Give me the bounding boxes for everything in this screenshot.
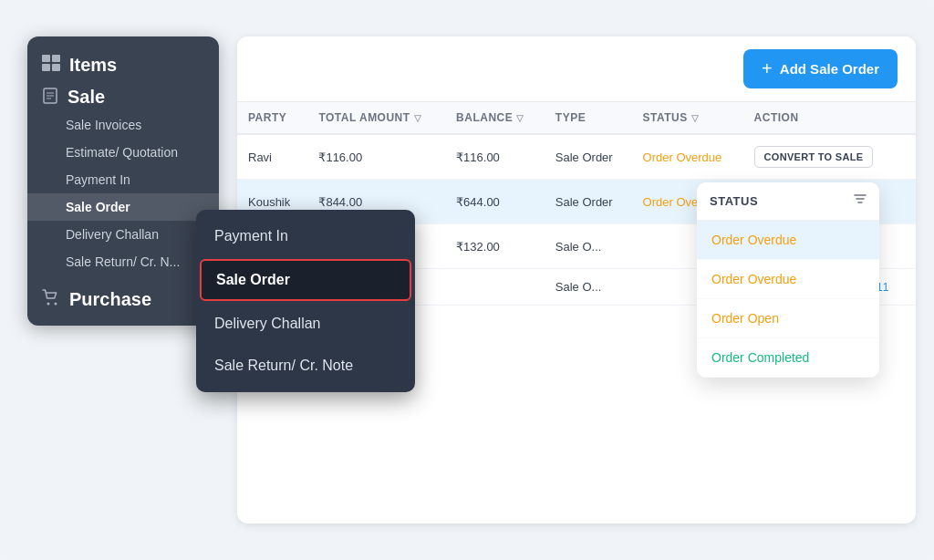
svg-rect-2 [42, 64, 50, 71]
status-option-open[interactable]: Order Open [697, 299, 879, 338]
sidebar: Items Sale Sale Invoices Estimate/ Quota… [27, 36, 219, 326]
dropdown-item-sale-return[interactable]: Sale Return/ Cr. Note [196, 345, 415, 387]
balance-cell: ₹116.00 [445, 134, 545, 180]
status-dropdown-header: STATUS [697, 182, 879, 221]
sidebar-item-sale-order[interactable]: Sale Order [27, 193, 219, 221]
table-row: Ravi ₹116.00 ₹116.00 Sale Order Order Ov… [237, 134, 916, 180]
balance-cell: ₹132.00 [445, 224, 545, 269]
action-cell: CONVERT TO SALE [743, 134, 916, 180]
purchase-label: Purchase [69, 289, 151, 310]
items-icon [42, 55, 60, 76]
status-dropdown-title: STATUS [710, 194, 758, 208]
content-header: + Add Sale Order [237, 36, 916, 102]
status-option-overdue-2[interactable]: Order Overdue [697, 260, 879, 299]
status-option-completed[interactable]: Order Completed [697, 338, 879, 378]
sidebar-item-delivery-challan[interactable]: Delivery Challan [27, 221, 219, 248]
status-option-overdue-1[interactable]: Order Overdue [697, 221, 879, 260]
sidebar-item-payment-in[interactable]: Payment In [27, 166, 219, 193]
main-container: Items Sale Sale Invoices Estimate/ Quota… [0, 0, 934, 560]
status-filter-dropdown: STATUS Order Overdue Order Overdue Order… [697, 182, 879, 378]
svg-point-8 [47, 303, 50, 306]
sale-type-dropdown: Payment In Sale Order Delivery Challan S… [196, 210, 415, 392]
svg-rect-0 [42, 55, 50, 62]
sidebar-item-sale-invoices[interactable]: Sale Invoices [27, 111, 219, 139]
party-cell: Ravi [237, 134, 307, 180]
dropdown-item-payment-in[interactable]: Payment In [196, 215, 415, 257]
add-sale-btn-label: Add Sale Order [780, 61, 879, 77]
balance-cell: ₹644.00 [445, 180, 545, 224]
sale-icon [42, 88, 58, 108]
svg-point-9 [55, 303, 57, 306]
type-cell: Sale Order [545, 180, 632, 224]
sale-label: Sale [67, 87, 105, 108]
balance-filter-icon[interactable]: ▽ [516, 113, 524, 123]
sidebar-purchase-section: Purchase [27, 279, 219, 316]
total-amount-filter-icon[interactable]: ▽ [414, 113, 422, 123]
svg-rect-1 [52, 55, 60, 62]
total-amount-cell: ₹116.00 [307, 134, 445, 180]
balance-cell [445, 269, 545, 306]
items-label: Items [69, 55, 117, 76]
sidebar-item-estimate[interactable]: Estimate/ Quotation [27, 139, 219, 166]
purchase-icon [42, 288, 60, 311]
svg-rect-3 [52, 64, 60, 71]
dropdown-item-sale-order[interactable]: Sale Order [200, 259, 411, 301]
table-header-row: PARTY TOTAL AMOUNT ▽ BALANCE ▽ [237, 102, 916, 134]
add-icon: + [762, 58, 773, 79]
sidebar-item-sale-return[interactable]: Sale Return/ Cr. N... [27, 248, 219, 275]
status-dropdown-filter-icon[interactable] [854, 193, 867, 209]
type-cell: Sale O... [545, 269, 632, 306]
th-action: ACTION [743, 102, 916, 134]
th-balance: BALANCE ▽ [445, 102, 545, 134]
type-cell: Sale Order [545, 134, 632, 180]
convert-to-sale-button-1[interactable]: CONVERT TO SALE [754, 146, 874, 168]
th-type: TYPE [545, 102, 632, 134]
th-total-amount: TOTAL AMOUNT ▽ [307, 102, 445, 134]
th-status: STATUS ▽ [632, 102, 743, 134]
th-party: PARTY [237, 102, 307, 134]
sidebar-items-section: Items [27, 46, 219, 81]
dropdown-item-delivery-challan[interactable]: Delivery Challan [196, 303, 415, 345]
status-cell: Order Overdue [632, 134, 743, 180]
status-filter-icon[interactable]: ▽ [691, 113, 700, 123]
sidebar-sale-section: Sale [27, 81, 219, 111]
add-sale-order-button[interactable]: + Add Sale Order [743, 49, 898, 88]
type-cell: Sale O... [545, 224, 632, 269]
